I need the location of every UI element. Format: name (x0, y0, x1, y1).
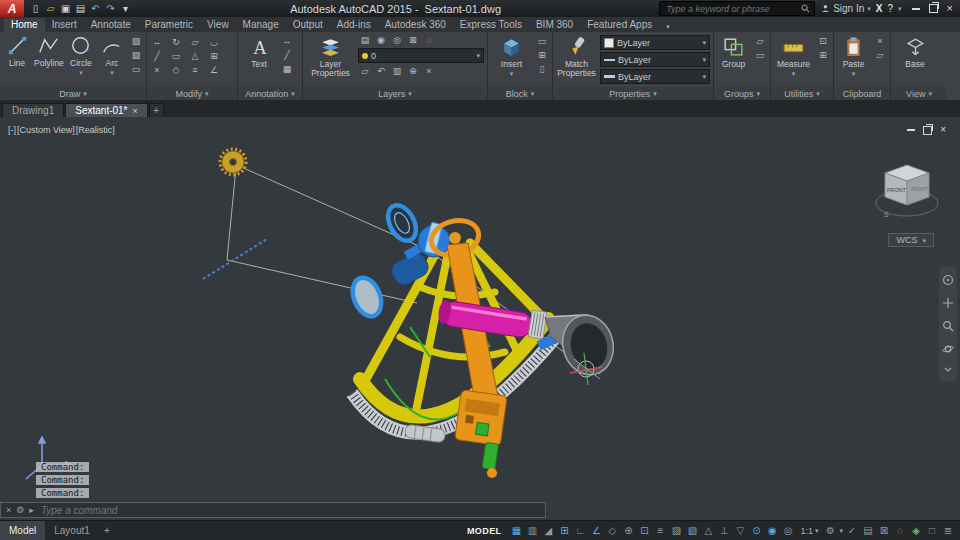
command-line[interactable]: × ⚙ ▸ (0, 502, 546, 518)
zoom-icon[interactable] (942, 320, 954, 332)
dynamic-ucs-icon[interactable]: ⊥ (717, 525, 731, 536)
isolate-objects-icon[interactable]: ◌ (893, 525, 907, 536)
dynamic-input-icon[interactable]: ⊞ (557, 525, 571, 536)
workspace-icon[interactable]: ⚙ (823, 525, 837, 536)
edit-block-icon[interactable]: ▭ (535, 35, 549, 47)
open-file-icon[interactable]: ▱ (44, 3, 57, 14)
clean-screen-icon[interactable]: □ (925, 525, 939, 536)
qat-dropdown-icon[interactable]: ▾ (119, 4, 132, 14)
layer-select-dropdown[interactable]: 0 ▾ (358, 48, 484, 63)
quick-select-icon[interactable]: ⊡ (816, 35, 830, 47)
arc-tool[interactable]: Arc ▾ (98, 34, 126, 76)
define-attributes-icon[interactable]: ▯ (535, 63, 549, 75)
drawing-close-button[interactable]: × (940, 125, 946, 135)
lock-ui-icon[interactable]: ⊠ (877, 525, 891, 536)
sign-in-button[interactable]: Sign In ▾ (821, 3, 871, 14)
stretch-icon[interactable]: ≡ (188, 64, 202, 76)
layer-lock-icon[interactable]: ⊠ (406, 34, 420, 46)
measure-tool[interactable]: Measure ▾ (774, 34, 813, 77)
help-icon[interactable]: ? (887, 3, 893, 14)
panel-label-view[interactable]: View▾ (891, 87, 947, 100)
cut-icon[interactable]: × (873, 35, 887, 47)
selection-filtering-icon[interactable]: ▽ (733, 525, 747, 536)
orbit-icon[interactable] (942, 343, 954, 355)
model-space-button[interactable]: MODEL (461, 526, 508, 536)
dimension-icon[interactable]: ↔ (280, 35, 294, 47)
layer-freeze-icon[interactable]: ◎ (390, 34, 404, 46)
osnap-tracking-icon[interactable]: ⊕ (621, 525, 635, 536)
command-close-icon[interactable]: × (6, 505, 11, 515)
rotate-icon[interactable]: ↻ (169, 36, 183, 48)
file-tab-sextant[interactable]: Sextant-01*× (65, 103, 148, 117)
panel-label-layers[interactable]: Layers▾ (303, 87, 487, 100)
autoscale-icon[interactable]: ◎ (781, 525, 795, 536)
save-icon[interactable]: ▣ (59, 3, 72, 14)
quick-properties-icon[interactable]: ▤ (861, 525, 875, 536)
leader-icon[interactable]: ╱ (280, 49, 294, 61)
tab-addins[interactable]: Add-ins (330, 18, 378, 32)
file-tab-close-icon[interactable]: × (133, 106, 138, 116)
panel-label-draw[interactable]: Draw▾ (0, 87, 146, 100)
drawing-minimize-button[interactable] (907, 129, 915, 131)
polyline-tool[interactable]: Polyline (34, 34, 64, 68)
file-tab-drawing1[interactable]: Drawing1 (2, 103, 64, 117)
gizmo-icon[interactable]: ⊙ (749, 525, 763, 536)
new-layout-button[interactable]: + (99, 521, 115, 540)
wcs-dropdown[interactable]: WCS ▾ (888, 233, 934, 247)
visual-style-control[interactable]: [Realistic] (76, 125, 115, 135)
close-button[interactable]: × (947, 3, 953, 14)
layer-off-icon[interactable]: ◌ (422, 34, 436, 46)
snap-icon[interactable]: ▥ (525, 525, 539, 536)
scale-icon[interactable]: ▭ (169, 50, 183, 62)
application-menu-button[interactable]: A (0, 0, 24, 17)
ribbon-minimize-button[interactable]: ▾ (659, 22, 677, 32)
viewport-menu-control[interactable]: [-] (8, 125, 16, 135)
exchange-apps-icon[interactable]: X (876, 3, 883, 14)
layer-state-icon[interactable]: ▤ (358, 34, 372, 46)
tab-view[interactable]: View (200, 18, 236, 32)
layer-isolate-icon[interactable]: ◉ (374, 34, 388, 46)
boundary-icon[interactable]: ▭ (129, 63, 143, 75)
insert-tool[interactable]: Insert ▾ (491, 34, 532, 77)
table-icon[interactable]: ▦ (280, 63, 294, 75)
customization-icon[interactable]: ≣ (941, 525, 955, 536)
layer-match-icon[interactable]: ▱ (358, 65, 372, 77)
polar-tracking-icon[interactable]: ∠ (589, 525, 603, 536)
redo-icon[interactable]: ↷ (104, 3, 117, 14)
panel-label-clipboard[interactable]: Clipboard (834, 87, 890, 100)
text-tool[interactable]: A Text (241, 34, 277, 69)
copy-clip-icon[interactable]: ▱ (873, 49, 887, 61)
tab-parametric[interactable]: Parametric (138, 18, 200, 32)
command-input[interactable] (39, 504, 540, 517)
fillet-icon[interactable]: ◡ (207, 36, 221, 48)
layer-properties-tool[interactable]: Layer Properties (306, 34, 355, 79)
ortho-icon[interactable]: ∟ (573, 525, 587, 536)
offset-icon[interactable]: ◇ (169, 64, 183, 76)
workspace-caret-icon[interactable]: ▾ (839, 527, 843, 534)
drawing-canvas[interactable]: [-] [Custom View] [Realistic] × FRONT RI… (0, 117, 960, 520)
panel-label-block[interactable]: Block▾ (488, 87, 552, 100)
annotation-scale-button[interactable]: 1:1▾ (797, 526, 821, 536)
plot-icon[interactable]: ▤ (74, 3, 87, 14)
object-color-dropdown[interactable]: ByLayer ▾ (600, 35, 710, 50)
drawing-restore-button[interactable] (923, 126, 932, 135)
layout-tab-layout1[interactable]: Layout1 (45, 521, 99, 540)
annotation-visibility-icon[interactable]: ◉ (765, 525, 779, 536)
undo-icon[interactable]: ↶ (89, 3, 102, 14)
osnap-icon[interactable]: ⊡ (637, 525, 651, 536)
group-tool[interactable]: Group (717, 34, 750, 69)
lineweight-icon[interactable]: ≡ (653, 525, 667, 536)
array-icon[interactable]: ⊞ (207, 50, 221, 62)
sextant-model[interactable] (0, 117, 960, 520)
minimize-button[interactable] (912, 8, 920, 10)
base-tool[interactable]: Base (894, 34, 936, 69)
viewcube[interactable]: FRONT RIGHT S (874, 153, 940, 225)
quick-calc-icon[interactable]: ⊞ (816, 49, 830, 61)
panel-label-modify[interactable]: Modify▾ (147, 87, 237, 100)
hatch-icon[interactable]: ▨ (129, 35, 143, 47)
copy-icon[interactable]: ▱ (188, 36, 202, 48)
panel-label-annotation[interactable]: Annotation▾ (238, 87, 302, 100)
grid-icon[interactable]: ▦ (509, 525, 523, 536)
navigation-wheel-icon[interactable] (942, 274, 954, 286)
trim-icon[interactable]: ╱ (150, 50, 164, 62)
